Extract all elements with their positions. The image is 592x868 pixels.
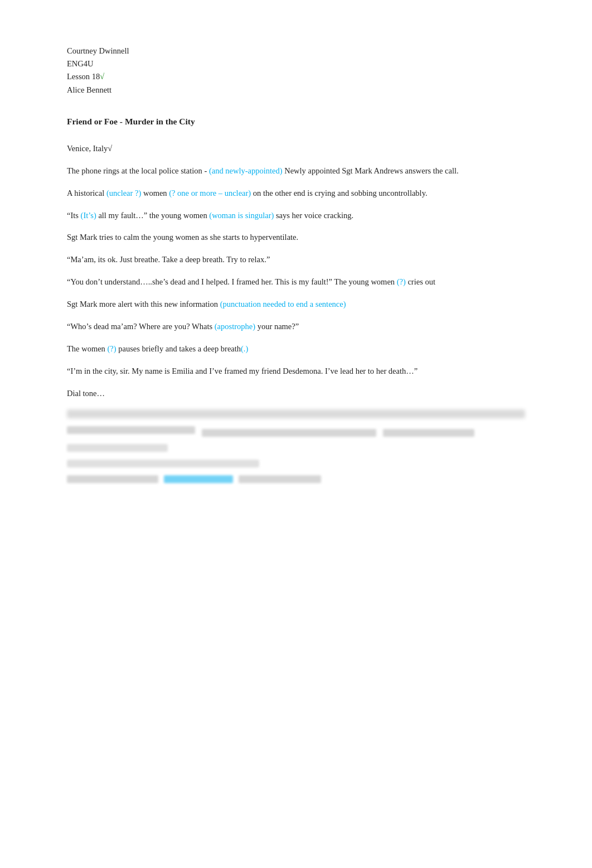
p3-middle: all my fault…” the young women <box>96 211 210 220</box>
p2-comment1: (unclear ?) <box>106 189 141 197</box>
header-info: Courtney Dwinnell ENG4U Lesson 18√ Alice… <box>67 45 525 97</box>
p3-after: says her voice cracking. <box>274 211 353 220</box>
p3-comment: (It’s) <box>81 211 96 220</box>
blurred-cyan-segment <box>164 475 232 483</box>
p2-comment2: (? one or more – unclear) <box>169 189 251 197</box>
p7-before: Sgt Mark more alert with this new inform… <box>67 300 220 308</box>
author-name: Courtney Dwinnell <box>67 45 525 57</box>
location-text: Venice, Italy <box>67 144 108 153</box>
paragraph-11: Dial tone… <box>67 387 525 401</box>
blurred-line <box>67 460 259 467</box>
p1-comment: (and newly-appointed) <box>209 166 283 175</box>
document-title: Friend or Foe - Murder in the City <box>67 117 525 127</box>
p3-before: “Its <box>67 211 81 220</box>
blurred-segment <box>202 429 376 437</box>
teacher: Alice Bennett <box>67 84 525 97</box>
paragraph-7: Sgt Mark more alert with this new inform… <box>67 298 525 311</box>
location: Venice, Italy√ <box>67 142 525 156</box>
blurred-line <box>67 444 168 452</box>
paragraph-5: “Ma’am, its ok. Just breathe. Take a dee… <box>67 253 525 267</box>
p2-middle: women <box>141 189 169 197</box>
p5-text: “Ma’am, its ok. Just breathe. Take a dee… <box>67 255 270 264</box>
p9-comment: (?) <box>107 344 116 353</box>
blurred-block-1 <box>67 409 525 418</box>
blurred-block-3 <box>67 460 525 467</box>
paragraph-10: “I’m in the city, sir. My name is Emilia… <box>67 365 525 378</box>
blurred-section <box>67 409 525 483</box>
blurred-segment <box>67 475 158 483</box>
checkmark-location: √ <box>108 144 112 153</box>
p10-text: “I’m in the city, sir. My name is Emilia… <box>67 367 418 375</box>
blurred-block-2 <box>67 426 525 452</box>
blurred-line <box>67 409 525 418</box>
p7-comment: (punctuation needed to end a sentence) <box>220 300 346 308</box>
p9-before: The women <box>67 344 107 353</box>
p9-comment2: (.) <box>241 344 248 353</box>
course: ENG4U <box>67 57 525 70</box>
paragraph-4: Sgt Mark tries to calm the young women a… <box>67 231 525 244</box>
blurred-row-1 <box>67 426 525 440</box>
paragraph-2: A historical (unclear ?) women (? one or… <box>67 187 525 200</box>
paragraph-1: The phone rings at the local police stat… <box>67 165 525 178</box>
p3-comment2: (woman is singular) <box>209 211 274 220</box>
p2-after: on the other end is crying and sobbing u… <box>251 189 427 197</box>
p6-comment: (?) <box>397 277 406 286</box>
paragraph-3: “Its (It’s) all my fault…” the young wom… <box>67 209 525 223</box>
p8-after: your name?” <box>255 322 299 331</box>
p1-after: Newly appointed Sgt Mark Andrews answers… <box>283 166 459 175</box>
page: Courtney Dwinnell ENG4U Lesson 18√ Alice… <box>0 0 592 536</box>
blurred-block-4 <box>67 475 525 483</box>
paragraph-9: The women (?) pauses briefly and takes a… <box>67 343 525 356</box>
blurred-segment <box>239 475 321 483</box>
p4-text: Sgt Mark tries to calm the young women a… <box>67 233 298 242</box>
lesson: Lesson 18√ <box>67 70 525 83</box>
p8-comment: (apostrophe) <box>215 322 255 331</box>
p9-after: pauses briefly and takes a deep breath <box>117 344 241 353</box>
paragraph-6: “You don’t understand…..she’s dead and I… <box>67 276 525 289</box>
p2-before: A historical <box>67 189 106 197</box>
p6-before: “You don’t understand…..she’s dead and I… <box>67 277 397 286</box>
p6-after: cries out <box>406 277 435 286</box>
paragraph-8: “Who’s dead ma’am? Where are you? Whats … <box>67 320 525 334</box>
p8-before: “Who’s dead ma’am? Where are you? Whats <box>67 322 215 331</box>
blurred-row-4 <box>67 475 525 483</box>
blurred-segment <box>67 426 195 434</box>
blurred-segment <box>383 429 474 437</box>
checkmark-lesson: √ <box>100 72 104 81</box>
p11-text: Dial tone… <box>67 389 105 398</box>
p1-before: The phone rings at the local police stat… <box>67 166 209 175</box>
